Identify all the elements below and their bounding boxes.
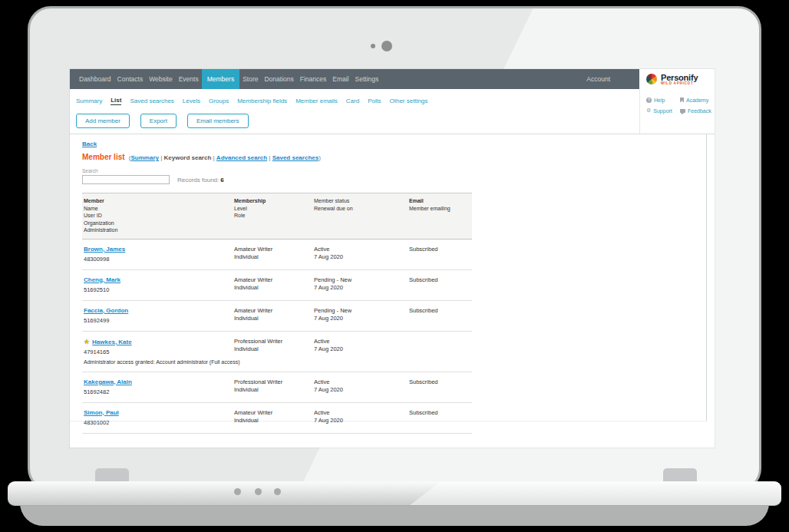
member-type: Individual [234,284,314,292]
nav-item-contacts[interactable]: Contacts [114,69,147,89]
email-members-button[interactable]: Email members [187,114,249,128]
laptop-mockup: Dashboard Contacts Website Events Member… [0,0,789,532]
member-level: Amateur Writer [234,307,314,315]
tab-saved-searches[interactable]: Saved searches [130,97,173,104]
nav-item-email[interactable]: Email [329,69,352,89]
member-type: Individual [234,345,314,353]
member-status: Active [314,246,409,253]
member-user-id: 48301002 [84,419,234,427]
support-link[interactable]: ⚙ Support [646,105,680,116]
help-circle-icon: ? [646,97,652,103]
member-user-id: 47914165 [84,349,234,356]
tab-card[interactable]: Card [346,97,359,104]
tab-member-emails[interactable]: Member emails [295,97,338,104]
member-name-link[interactable]: Kakegawa, Alain [84,378,132,385]
renewal-date: 7 Aug 2020 [314,386,409,394]
toolbar: Add member Export Email members [76,114,249,128]
email-status: Subscribed [409,378,472,386]
tab-levels[interactable]: Levels [183,97,200,104]
col-email[interactable]: Email [409,197,472,205]
renewal-date: 7 Aug 2020 [314,284,409,292]
academy-link[interactable]: Academy [680,94,715,105]
paren: ) [319,154,321,161]
member-name-link[interactable]: Simon, Paul [84,409,119,416]
member-type: Individual [234,386,314,394]
page-title: Member list [82,153,125,161]
nav-item-dashboard[interactable]: Dashboard [76,69,114,89]
member-level: Amateur Writer [234,246,314,253]
col-administration[interactable]: Administration [84,226,234,234]
table-row: Faccia, Gordon 51692499 Amateur WriterIn… [82,301,472,332]
separator: | [269,154,270,161]
laptop-base [8,481,781,506]
tab-list[interactable]: List [111,97,121,105]
search-input[interactable] [82,175,170,184]
pinwheel-icon [646,74,657,84]
add-member-button[interactable]: Add member [76,114,130,128]
bookmark-icon [680,97,684,103]
col-role[interactable]: Role [234,212,314,220]
member-list-panel: Back Member list (Summary | Keyword sear… [70,134,715,448]
nav-item-finances[interactable]: Finances [297,69,330,89]
table-header: Member Name User ID Organization Adminis… [82,193,472,240]
renewal-date: 7 Aug 2020 [314,315,409,322]
brand-name: Personify [661,74,698,81]
col-membership[interactable]: Membership [234,197,314,205]
nav-item-settings[interactable]: Settings [352,69,382,89]
member-name-link[interactable]: Cheng, Mark [84,276,120,283]
academy-label: Academy [686,97,708,103]
table-row: Cheng, Mark 51692510 Amateur WriterIndiv… [82,270,472,301]
col-renewal-due[interactable]: Renewal due on [314,205,409,213]
speech-bubble-icon [680,109,685,113]
tab-summary[interactable]: Summary [76,97,102,104]
view-link-saved-searches[interactable]: Saved searches [272,154,319,161]
view-link-advanced-search[interactable]: Advanced search [216,154,267,161]
member-name-link[interactable]: Hawkes, Kate [92,339,132,345]
table-row: Brown, James 48300998 Amateur WriterIndi… [82,240,472,270]
member-name-link[interactable]: Brown, James [84,246,125,253]
col-name[interactable]: Name [84,205,234,213]
nav-item-donations[interactable]: Donations [261,69,296,89]
records-count: 6 [220,177,223,183]
members-subnav: Summary List Saved searches Levels Group… [76,89,636,112]
base-indicator-dot [234,488,241,495]
col-member[interactable]: Member [84,197,234,205]
col-member-status[interactable]: Member status [314,197,409,205]
col-member-emailing[interactable]: Member emailing [409,205,472,213]
nav-item-website[interactable]: Website [146,69,176,89]
page-title-row: Member list (Summary | Keyword search | … [82,153,472,161]
nav-item-members[interactable]: Members [202,69,239,89]
member-user-id: 51692510 [84,286,234,294]
email-status: Subscribed [409,409,472,417]
col-organization[interactable]: Organization [84,220,234,227]
member-level: Professional Writer [234,378,314,386]
member-status: Active [314,409,409,417]
member-type: Individual [234,253,314,261]
tab-other-settings[interactable]: Other settings [390,97,428,104]
separator: | [213,154,215,161]
tab-groups[interactable]: Groups [209,97,229,104]
nav-item-events[interactable]: Events [176,69,202,89]
col-user-id[interactable]: User ID [84,212,234,220]
laptop-hinge-foot [95,468,129,482]
base-indicator-dot [274,488,281,495]
feedback-link[interactable]: Feedback [680,105,715,116]
member-status: Active [314,338,409,345]
col-level[interactable]: Level [234,205,314,213]
view-link-summary[interactable]: Summary [130,154,158,161]
tab-polls[interactable]: Polls [368,97,381,104]
member-level: Professional Writer [234,338,314,345]
member-name-link[interactable]: Faccia, Gordon [84,307,128,314]
nav-item-account[interactable]: Account [583,69,613,89]
renewal-date: 7 Aug 2020 [314,253,409,261]
email-status: Subscribed [409,307,472,315]
export-button[interactable]: Export [140,114,177,128]
base-indicator-dot [255,488,262,495]
laptop-hinge-foot [663,468,697,482]
support-label: Support [653,108,672,114]
help-link[interactable]: ? Help [646,94,680,105]
nav-item-store[interactable]: Store [239,69,261,89]
member-type: Individual [234,417,314,425]
tab-membership-fields[interactable]: Membership fields [237,97,287,104]
back-link[interactable]: Back [82,140,97,147]
